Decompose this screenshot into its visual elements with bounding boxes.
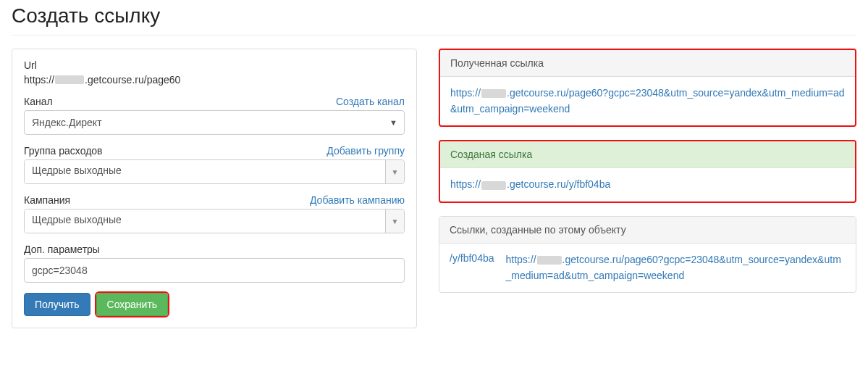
object-links-card: Ссылки, созданные по этому объекту /y/fb… <box>439 216 856 293</box>
add-campaign-link[interactable]: Добавить кампанию <box>310 194 405 206</box>
group-label: Группа расходов <box>24 145 103 157</box>
add-group-link[interactable]: Добавить группу <box>326 145 405 157</box>
received-link-card: Полученная ссылка https://.getcourse.ru/… <box>439 49 856 127</box>
campaign-label: Кампания <box>24 194 70 206</box>
received-link[interactable]: https://.getcourse.ru/page60?gcpc=23048&… <box>450 87 845 115</box>
page-title: Создать ссылку <box>12 0 856 36</box>
chevron-down-icon[interactable]: ▼ <box>385 209 404 233</box>
created-link-card: Созданая ссылка https://.getcourse.ru/y/… <box>439 140 856 203</box>
url-input[interactable]: https://.getcourse.ru/page60 <box>24 74 405 86</box>
group-select[interactable]: Щедрые выходные ▼ <box>24 159 405 184</box>
campaign-select-value: Щедрые выходные <box>25 209 385 233</box>
save-button[interactable]: Сохранить <box>96 293 169 316</box>
channel-label: Канал <box>24 96 53 107</box>
obscured-domain <box>481 181 506 190</box>
chevron-down-icon[interactable]: ▼ <box>385 160 404 183</box>
extra-params-input[interactable] <box>24 258 405 283</box>
url-prefix: https:// <box>24 74 54 86</box>
obscured-domain <box>481 89 506 98</box>
url-suffix: .getcourse.ru/page60 <box>85 74 180 86</box>
object-links-title: Ссылки, созданные по этому объекту <box>439 217 856 244</box>
url-label: Url <box>24 59 37 71</box>
created-link[interactable]: https://.getcourse.ru/y/fbf04ba <box>450 178 610 190</box>
create-link-form-panel: Url https://.getcourse.ru/page60 Канал С… <box>12 49 417 328</box>
object-link-short[interactable]: /y/fbf04ba <box>450 252 494 283</box>
object-link-full[interactable]: https://.getcourse.ru/page60?gcpc=23048&… <box>506 252 846 283</box>
received-link-title: Полученная ссылка <box>440 50 855 77</box>
create-channel-link[interactable]: Создать канал <box>336 96 405 107</box>
channel-select[interactable]: Яндекс.Директ <box>24 110 405 135</box>
group-select-value: Щедрые выходные <box>25 160 385 183</box>
obscured-domain <box>537 256 562 265</box>
get-button[interactable]: Получить <box>24 293 90 316</box>
campaign-select[interactable]: Щедрые выходные ▼ <box>24 209 405 233</box>
extra-params-label: Доп. параметры <box>24 244 100 255</box>
obscured-domain <box>55 75 84 84</box>
created-link-title: Созданая ссылка <box>440 141 855 168</box>
